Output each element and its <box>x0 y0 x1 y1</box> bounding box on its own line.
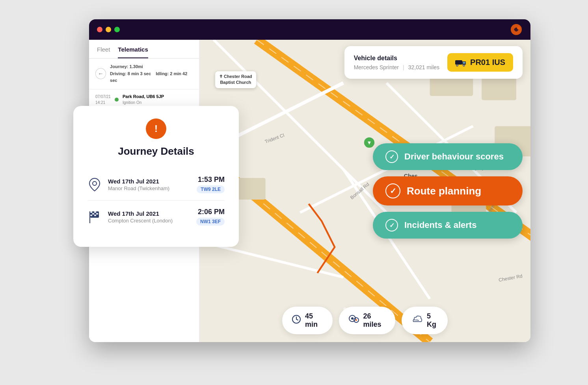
stop-location: Park Road, UB6 5JP <box>123 93 164 100</box>
stop-time: 14:21 <box>95 100 111 106</box>
map-area: Bonsall Rd Trident Cl Abbey Wy Chester R… <box>199 40 530 342</box>
driving-label: Driving: <box>110 71 127 76</box>
vehicle-divider: | <box>403 64 404 70</box>
svg-rect-34 <box>463 62 465 64</box>
church-label: ✝ Chester Road Baptist Church <box>215 71 256 88</box>
close-button[interactable] <box>97 27 102 32</box>
feature-buttons: ✓ Driver behaviour scores ✓ Route planni… <box>373 143 523 239</box>
stat-time: 45 min <box>282 307 333 334</box>
stat-distance: 26 miles <box>339 307 395 334</box>
svg-point-31 <box>457 65 458 66</box>
church-label-line2: Baptist Church <box>220 80 251 85</box>
svg-rect-46 <box>94 211 96 213</box>
tab-telematics[interactable]: Telematics <box>118 46 148 58</box>
stop-2-time: 2:06 PM <box>196 208 225 216</box>
incidents-alerts-label: Incidents & alerts <box>404 220 476 230</box>
svg-point-39 <box>351 317 354 320</box>
driver-behaviour-button[interactable]: ✓ Driver behaviour scores <box>373 143 523 170</box>
svg-rect-50 <box>94 215 96 216</box>
alert-symbol: ! <box>154 123 158 134</box>
journey-details-title: Journey Details <box>87 145 225 157</box>
stop-status: Ignition On <box>123 100 164 106</box>
stop-1-postcode: TW9 2LE <box>197 185 225 193</box>
route-planning-button[interactable]: ✓ Route planning <box>373 176 523 205</box>
location-icon <box>348 315 359 326</box>
stop-info: Park Road, UB6 5JP Ignition On <box>123 93 164 106</box>
incidents-alerts-button[interactable]: ✓ Incidents & alerts <box>373 212 523 239</box>
stat-distance-value: 26 miles <box>363 312 386 329</box>
location-pin-icon <box>87 178 102 192</box>
truck-icon <box>455 59 466 67</box>
idling-label: Idling: <box>156 71 169 76</box>
check-icon-incidents: ✓ <box>385 219 398 231</box>
vehicle-title: Vehicle details <box>354 55 439 62</box>
vehicle-subtitle: Mercedes Sprinter | 32,021 miles <box>354 64 439 70</box>
journey-stats: Journey: 1.30mi Driving: 8 min 3 sec Idl… <box>110 63 193 84</box>
svg-rect-47 <box>92 213 94 215</box>
stop-2-address: Compton Crescent (London) <box>108 218 190 224</box>
stop-1-right: 1:53 PM TW9 2LE <box>197 176 225 193</box>
journey-header: ← Journey: 1.30mi Driving: 8 min 3 sec I… <box>89 59 199 89</box>
stat-co2-value: 5 Kg <box>427 312 438 329</box>
svg-point-43 <box>93 181 97 185</box>
driver-behaviour-label: Driver behaviour scores <box>404 152 504 162</box>
brand-logo <box>510 23 523 36</box>
finish-flag-icon <box>87 210 102 224</box>
svg-rect-49 <box>90 215 92 216</box>
stat-time-value: 45 min <box>305 312 323 329</box>
stop-1-address: Manor Road (Twickenham) <box>108 185 190 191</box>
vehicle-card: Vehicle details Mercedes Sprinter | 32,0… <box>344 46 523 79</box>
svg-text:▼: ▼ <box>367 140 372 146</box>
stop-1-details: Wed 17th Jul 2021 Manor Road (Twickenham… <box>108 178 190 191</box>
minimize-button[interactable] <box>106 27 111 32</box>
journey-stop-2: Wed 17th Jul 2021 Compton Crescent (Lond… <box>87 201 225 233</box>
co2-icon: CO₂ <box>411 315 423 326</box>
stop-1-time: 1:53 PM <box>197 176 225 184</box>
driving-value: 8 min 3 sec <box>128 71 151 76</box>
stats-row: 45 min 26 miles <box>282 307 448 334</box>
traffic-lights <box>97 27 120 32</box>
svg-rect-45 <box>90 211 92 213</box>
stop-2-postcode: NW1 3EF <box>196 218 225 226</box>
vehicle-model: Mercedes Sprinter <box>354 64 399 70</box>
svg-rect-14 <box>235 178 266 200</box>
route-planning-label: Route planning <box>407 185 481 197</box>
journey-label: Journey: <box>110 64 128 69</box>
clock-icon <box>292 315 301 326</box>
svg-point-41 <box>355 319 357 321</box>
stat-co2: CO₂ 5 Kg <box>402 307 448 334</box>
church-label-line1: Chester Road <box>224 74 252 79</box>
vehicle-info: Vehicle details Mercedes Sprinter | 32,0… <box>354 55 439 70</box>
journey-stop-1: Wed 17th Jul 2021 Manor Road (Twickenham… <box>87 168 225 201</box>
svg-line-37 <box>296 319 298 320</box>
titlebar <box>89 19 530 40</box>
svg-text:CO₂: CO₂ <box>414 319 419 321</box>
vehicle-mileage: 32,021 miles <box>408 64 439 70</box>
stop-2-right: 2:06 PM NW1 3EF <box>196 208 225 226</box>
check-icon-driver: ✓ <box>385 150 398 163</box>
plate-number: PR01 IUS <box>470 58 505 67</box>
stop-1-date: Wed 17th Jul 2021 <box>108 178 190 185</box>
ignition-dot <box>115 98 119 102</box>
tab-fleet[interactable]: Fleet <box>97 46 110 58</box>
svg-rect-48 <box>96 213 98 215</box>
alert-icon: ! <box>146 118 166 139</box>
plate-badge: PR01 IUS <box>447 53 513 72</box>
check-icon-route: ✓ <box>385 183 400 198</box>
journey-value: 1.30mi <box>130 64 143 69</box>
scene: Fleet Telematics ← Journey: 1.30mi Drivi… <box>58 19 530 366</box>
nav-tabs: Fleet Telematics <box>89 40 199 59</box>
svg-point-33 <box>463 65 465 66</box>
svg-rect-28 <box>455 60 462 65</box>
stop-2-details: Wed 17th Jul 2021 Compton Crescent (Lond… <box>108 210 190 224</box>
back-button[interactable]: ← <box>95 68 106 79</box>
maximize-button[interactable] <box>114 27 120 32</box>
stop-date: 07/07/21 <box>95 94 111 100</box>
stop-datetime: 07/07/21 14:21 <box>95 94 111 106</box>
journey-details-card: ! Journey Details Wed 17th Jul 2021 Mano… <box>73 106 239 247</box>
svg-point-1 <box>517 26 520 30</box>
stop-2-date: Wed 17th Jul 2021 <box>108 210 190 217</box>
